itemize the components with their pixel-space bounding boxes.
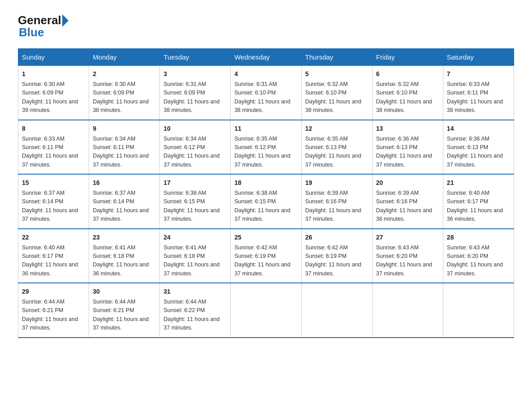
day-info: Sunrise: 6:39 AMSunset: 6:16 PMDaylight:… [376, 189, 439, 224]
day-info: Sunrise: 6:34 AMSunset: 6:12 PMDaylight:… [163, 135, 227, 170]
calendar-cell: 17Sunrise: 6:38 AMSunset: 6:15 PMDayligh… [160, 174, 231, 229]
day-number: 22 [22, 233, 85, 242]
calendar-cell: 15Sunrise: 6:37 AMSunset: 6:14 PMDayligh… [18, 174, 89, 229]
calendar-cell: 16Sunrise: 6:37 AMSunset: 6:14 PMDayligh… [89, 174, 160, 229]
day-number: 27 [376, 233, 439, 242]
calendar-cell: 21Sunrise: 6:40 AMSunset: 6:17 PMDayligh… [443, 174, 514, 229]
calendar-cell: 12Sunrise: 6:35 AMSunset: 6:13 PMDayligh… [301, 120, 372, 175]
calendar-cell: 3Sunrise: 6:31 AMSunset: 6:09 PMDaylight… [160, 66, 231, 120]
day-number: 18 [234, 178, 297, 188]
day-number: 3 [163, 69, 227, 79]
calendar-cell: 30Sunrise: 6:44 AMSunset: 6:21 PMDayligh… [89, 283, 160, 338]
day-info: Sunrise: 6:33 AMSunset: 6:11 PMDaylight:… [447, 80, 510, 115]
day-number: 7 [447, 69, 510, 79]
day-number: 16 [93, 178, 156, 188]
header-tuesday: Tuesday [160, 49, 231, 66]
calendar-cell [231, 283, 301, 338]
calendar-cell: 25Sunrise: 6:42 AMSunset: 6:19 PMDayligh… [231, 229, 301, 283]
calendar-cell [372, 283, 443, 338]
day-number: 4 [234, 69, 297, 79]
calendar-cell [301, 283, 372, 338]
day-number: 11 [234, 124, 297, 133]
day-info: Sunrise: 6:38 AMSunset: 6:15 PMDaylight:… [163, 189, 227, 224]
calendar-cell: 22Sunrise: 6:40 AMSunset: 6:17 PMDayligh… [18, 229, 89, 283]
calendar-cell: 4Sunrise: 6:31 AMSunset: 6:10 PMDaylight… [231, 66, 301, 120]
calendar-cell: 28Sunrise: 6:43 AMSunset: 6:20 PMDayligh… [443, 229, 514, 283]
calendar-cell: 8Sunrise: 6:33 AMSunset: 6:11 PMDaylight… [18, 120, 89, 175]
calendar-cell: 14Sunrise: 6:36 AMSunset: 6:13 PMDayligh… [443, 120, 514, 175]
day-info: Sunrise: 6:36 AMSunset: 6:13 PMDaylight:… [447, 135, 510, 170]
day-info: Sunrise: 6:38 AMSunset: 6:15 PMDaylight:… [234, 189, 297, 224]
header-monday: Monday [89, 49, 160, 66]
header-friday: Friday [372, 49, 443, 66]
day-number: 23 [93, 233, 156, 242]
header-thursday: Thursday [301, 49, 372, 66]
day-info: Sunrise: 6:34 AMSunset: 6:11 PMDaylight:… [93, 135, 156, 170]
day-info: Sunrise: 6:43 AMSunset: 6:20 PMDaylight:… [447, 244, 510, 278]
calendar-cell: 26Sunrise: 6:42 AMSunset: 6:19 PMDayligh… [301, 229, 372, 283]
logo-arrow-icon [62, 14, 69, 27]
day-number: 14 [447, 124, 510, 133]
day-number: 13 [376, 124, 439, 133]
calendar-cell: 23Sunrise: 6:41 AMSunset: 6:18 PMDayligh… [89, 229, 160, 283]
calendar-cell: 31Sunrise: 6:44 AMSunset: 6:22 PMDayligh… [160, 283, 231, 338]
calendar-cell: 29Sunrise: 6:44 AMSunset: 6:21 PMDayligh… [18, 283, 89, 338]
calendar-cell: 18Sunrise: 6:38 AMSunset: 6:15 PMDayligh… [231, 174, 301, 229]
calendar-cell: 6Sunrise: 6:32 AMSunset: 6:10 PMDaylight… [372, 66, 443, 120]
day-number: 6 [376, 69, 439, 79]
page-header: General Blue [18, 13, 514, 39]
day-info: Sunrise: 6:42 AMSunset: 6:19 PMDaylight:… [234, 244, 297, 278]
day-number: 19 [305, 178, 369, 188]
day-info: Sunrise: 6:43 AMSunset: 6:20 PMDaylight:… [376, 244, 439, 278]
calendar-cell: 9Sunrise: 6:34 AMSunset: 6:11 PMDaylight… [89, 120, 160, 175]
day-info: Sunrise: 6:36 AMSunset: 6:13 PMDaylight:… [376, 135, 439, 170]
day-info: Sunrise: 6:31 AMSunset: 6:10 PMDaylight:… [234, 80, 297, 115]
day-number: 20 [376, 178, 439, 188]
calendar-cell [443, 283, 514, 338]
calendar-cell: 1Sunrise: 6:30 AMSunset: 6:09 PMDaylight… [18, 66, 89, 120]
header-saturday: Saturday [443, 49, 514, 66]
calendar-cell: 2Sunrise: 6:30 AMSunset: 6:09 PMDaylight… [89, 66, 160, 120]
day-number: 31 [163, 287, 227, 296]
day-info: Sunrise: 6:41 AMSunset: 6:18 PMDaylight:… [163, 244, 227, 278]
day-info: Sunrise: 6:33 AMSunset: 6:11 PMDaylight:… [22, 135, 85, 170]
logo-blue-text: Blue [19, 26, 44, 39]
day-info: Sunrise: 6:42 AMSunset: 6:19 PMDaylight:… [305, 244, 369, 278]
day-info: Sunrise: 6:44 AMSunset: 6:22 PMDaylight:… [163, 298, 227, 333]
calendar-header-row: Sunday Monday Tuesday Wednesday Thursday… [18, 49, 514, 66]
calendar-cell: 19Sunrise: 6:39 AMSunset: 6:16 PMDayligh… [301, 174, 372, 229]
calendar-table: Sunday Monday Tuesday Wednesday Thursday… [18, 48, 514, 338]
calendar-week-row: 22Sunrise: 6:40 AMSunset: 6:17 PMDayligh… [18, 229, 514, 283]
day-info: Sunrise: 6:41 AMSunset: 6:18 PMDaylight:… [93, 244, 156, 278]
day-info: Sunrise: 6:30 AMSunset: 6:09 PMDaylight:… [22, 80, 85, 115]
day-number: 12 [305, 124, 369, 133]
day-info: Sunrise: 6:39 AMSunset: 6:16 PMDaylight:… [305, 189, 369, 224]
day-info: Sunrise: 6:37 AMSunset: 6:14 PMDaylight:… [93, 189, 156, 224]
calendar-cell: 20Sunrise: 6:39 AMSunset: 6:16 PMDayligh… [372, 174, 443, 229]
day-number: 25 [234, 233, 297, 242]
day-number: 8 [22, 124, 85, 133]
calendar-cell: 13Sunrise: 6:36 AMSunset: 6:13 PMDayligh… [372, 120, 443, 175]
day-info: Sunrise: 6:44 AMSunset: 6:21 PMDaylight:… [22, 298, 85, 333]
day-info: Sunrise: 6:35 AMSunset: 6:13 PMDaylight:… [305, 135, 369, 170]
header-sunday: Sunday [18, 49, 89, 66]
calendar-week-row: 15Sunrise: 6:37 AMSunset: 6:14 PMDayligh… [18, 174, 514, 229]
day-info: Sunrise: 6:35 AMSunset: 6:12 PMDaylight:… [234, 135, 297, 170]
day-number: 24 [163, 233, 227, 242]
day-info: Sunrise: 6:44 AMSunset: 6:21 PMDaylight:… [93, 298, 156, 333]
day-info: Sunrise: 6:32 AMSunset: 6:10 PMDaylight:… [376, 80, 439, 115]
day-number: 28 [447, 233, 510, 242]
day-number: 10 [163, 124, 227, 133]
day-number: 2 [93, 69, 156, 79]
logo: General Blue [18, 13, 69, 39]
calendar-cell: 27Sunrise: 6:43 AMSunset: 6:20 PMDayligh… [372, 229, 443, 283]
calendar-week-row: 29Sunrise: 6:44 AMSunset: 6:21 PMDayligh… [18, 283, 514, 338]
day-number: 5 [305, 69, 369, 79]
calendar-cell: 11Sunrise: 6:35 AMSunset: 6:12 PMDayligh… [231, 120, 301, 175]
day-number: 17 [163, 178, 227, 188]
day-info: Sunrise: 6:32 AMSunset: 6:10 PMDaylight:… [305, 80, 369, 115]
day-info: Sunrise: 6:40 AMSunset: 6:17 PMDaylight:… [447, 189, 510, 224]
day-number: 1 [22, 69, 85, 79]
day-number: 26 [305, 233, 369, 242]
day-number: 30 [93, 287, 156, 296]
